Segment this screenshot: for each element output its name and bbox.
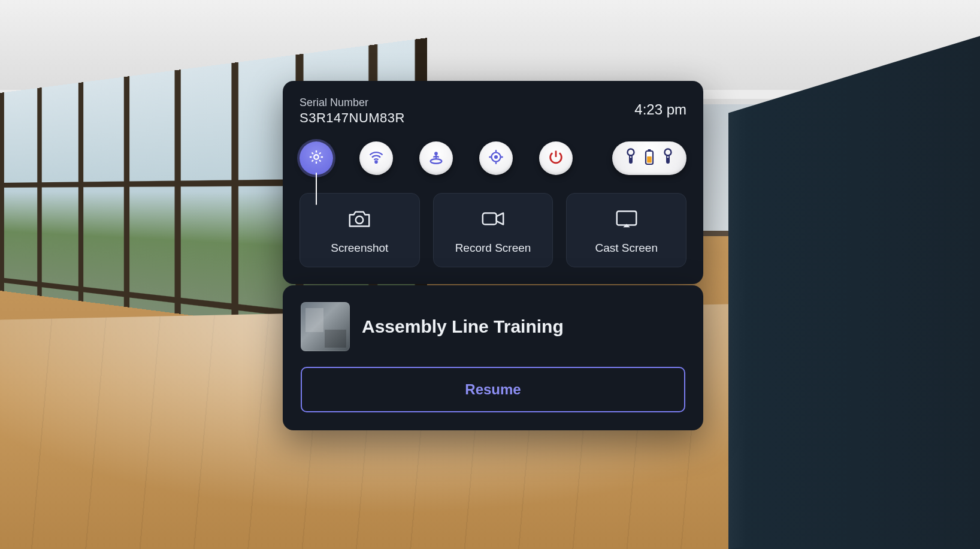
svg-rect-10 [648,149,651,151]
serial-label: Serial Number [300,96,405,109]
cast-card[interactable]: Cast Screen [566,193,686,267]
power-button[interactable] [539,141,573,175]
app-title: Assembly Line Training [362,316,564,337]
record-card[interactable]: Record Screen [433,193,553,267]
serial-number: S3R147NUM83R [300,110,405,126]
svg-point-0 [314,155,318,159]
cast-label: Cast Screen [595,242,658,255]
target-icon [488,149,504,168]
pointer-indicator [316,173,317,205]
svg-point-15 [356,216,363,224]
headset-battery-icon [644,149,655,168]
power-icon [548,149,564,168]
svg-point-6 [628,149,634,156]
gear-icon [308,149,325,168]
wifi-icon [368,149,385,168]
action-row: Screenshot Record Screen Cast Screen [300,193,686,267]
app-header: Assembly Line Training [301,302,685,351]
svg-rect-11 [647,156,652,163]
svg-point-8 [630,156,632,158]
record-label: Record Screen [455,242,531,255]
panel-header: Serial Number S3R147NUM83R 4:23 pm [300,96,686,126]
battery-status[interactable] [612,141,686,175]
left-controller-icon [625,148,637,168]
svg-point-3 [434,152,438,155]
resume-label: Resume [465,381,521,397]
settings-button[interactable] [300,141,333,175]
screenshot-card[interactable]: Screenshot [300,193,420,267]
video-icon [480,208,506,232]
app-thumbnail [301,302,350,351]
serial-block: Serial Number S3R147NUM83R [300,96,405,126]
svg-point-12 [665,149,672,156]
boundary-button[interactable] [419,141,453,175]
wifi-button[interactable] [359,141,393,175]
camera-icon [347,208,372,232]
svg-rect-7 [629,155,633,164]
quick-settings-panel: Serial Number S3R147NUM83R 4:23 pm [283,81,703,284]
svg-point-14 [667,156,669,158]
resume-button[interactable]: Resume [301,367,685,412]
right-controller-icon [662,148,674,168]
boundary-icon [428,149,444,168]
svg-rect-17 [616,212,636,225]
cast-icon [614,208,639,232]
svg-rect-13 [666,155,670,164]
recenter-button[interactable] [479,141,513,175]
right-dark-wall [728,36,980,549]
screenshot-label: Screenshot [331,242,388,255]
svg-rect-16 [483,213,497,224]
quick-buttons-row [300,141,686,175]
svg-point-2 [431,159,442,163]
svg-point-1 [375,161,377,163]
current-app-panel: Assembly Line Training Resume [283,285,703,430]
svg-point-5 [495,156,497,158]
clock: 4:23 pm [634,101,686,118]
